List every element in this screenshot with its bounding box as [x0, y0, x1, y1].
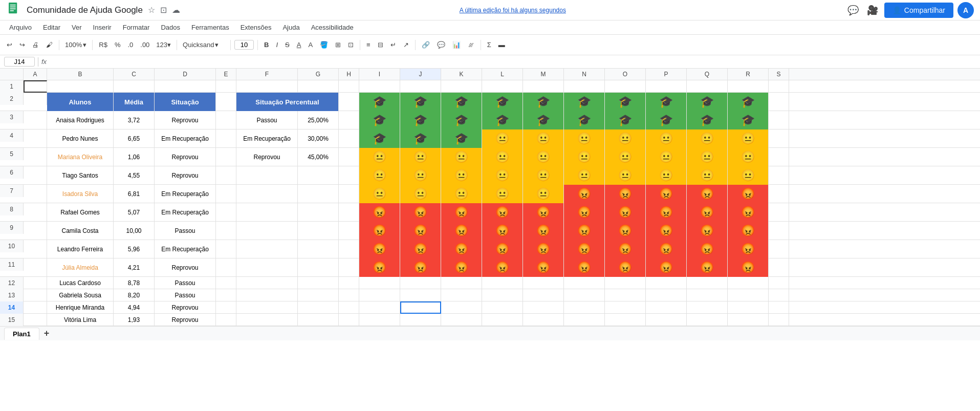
cell-E13[interactable] [216, 289, 236, 301]
cell-R6-emoji[interactable]: 😐 [728, 166, 769, 185]
cell-J9-emoji[interactable]: 😡 [400, 222, 441, 240]
cell-A7[interactable] [24, 185, 47, 203]
cell-B11[interactable]: Júlia Almeida [47, 258, 114, 277]
cell-R4-emoji[interactable]: 😐 [728, 129, 769, 148]
menu-ferramentas[interactable]: Ferramentas [186, 22, 234, 33]
cell-E10[interactable] [216, 240, 236, 258]
cell-F2-header[interactable]: Situação Percentual [236, 93, 339, 111]
cell-G8[interactable] [298, 203, 339, 222]
col-E[interactable]: E [216, 69, 236, 80]
cell-C14[interactable]: 4,94 [114, 301, 155, 314]
cell-E15[interactable] [216, 314, 236, 326]
cell-C4[interactable]: 6,65 [114, 129, 155, 148]
cell-I12[interactable] [359, 277, 400, 289]
cell-Q14[interactable] [687, 301, 728, 314]
wrap-button[interactable]: ↵ [388, 39, 399, 50]
merge-button[interactable]: ⊡ [345, 39, 356, 50]
cell-M8-emoji[interactable]: 😡 [523, 203, 564, 222]
cell-M13[interactable] [523, 289, 564, 301]
cell-C9[interactable]: 10,00 [114, 222, 155, 240]
cell-P4-emoji[interactable]: 😐 [646, 129, 687, 148]
cell-Q6-emoji[interactable]: 😐 [687, 166, 728, 185]
cell-R13[interactable] [728, 289, 769, 301]
cell-J2-emoji[interactable]: 🎓 [400, 93, 441, 111]
cell-B4[interactable]: Pedro Nunes [47, 129, 114, 148]
cell-P10-emoji[interactable]: 😡 [646, 240, 687, 258]
cell-B14[interactable]: Henrique Miranda [47, 301, 114, 314]
cell-J7-emoji[interactable]: 😐 [400, 185, 441, 203]
cell-E5[interactable] [216, 148, 236, 166]
cell-S6[interactable] [769, 166, 789, 185]
cell-F7[interactable] [236, 185, 298, 203]
currency-button[interactable]: R$ [96, 39, 110, 50]
cell-A15[interactable] [24, 314, 47, 326]
col-K[interactable]: K [441, 69, 482, 80]
cell-R14[interactable] [728, 301, 769, 314]
cell-D12[interactable]: Passou [155, 277, 216, 289]
cell-L15[interactable] [482, 314, 523, 326]
cell-C10[interactable]: 5,96 [114, 240, 155, 258]
cell-A9[interactable] [24, 222, 47, 240]
cell-K6-emoji[interactable]: 😐 [441, 166, 482, 185]
cell-N13[interactable] [564, 289, 605, 301]
cell-E4[interactable] [216, 129, 236, 148]
cell-C6[interactable]: 4,55 [114, 166, 155, 185]
cell-O2-emoji[interactable]: 🎓 [605, 93, 646, 111]
cell-Q2-emoji[interactable]: 🎓 [687, 93, 728, 111]
cell-N15[interactable] [564, 314, 605, 326]
cell-D9[interactable]: Passou [155, 222, 216, 240]
cell-N8-emoji[interactable]: 😡 [564, 203, 605, 222]
cell-Q10-emoji[interactable]: 😡 [687, 240, 728, 258]
cell-I1[interactable] [359, 80, 400, 93]
cell-G13[interactable] [298, 289, 339, 301]
cell-C2-header[interactable]: Média [114, 93, 155, 111]
cell-H4[interactable] [339, 129, 359, 148]
cell-E1[interactable] [216, 80, 236, 93]
cell-Q13[interactable] [687, 289, 728, 301]
cell-M3-emoji[interactable]: 🎓 [523, 111, 564, 129]
col-A[interactable]: A [24, 69, 47, 80]
col-J[interactable]: J [400, 69, 441, 80]
cell-G5[interactable]: 45,00% [298, 148, 339, 166]
cell-S8[interactable] [769, 203, 789, 222]
menu-ver[interactable]: Ver [67, 22, 87, 33]
menu-arquivo[interactable]: Arquivo [4, 22, 37, 33]
cell-A11[interactable] [24, 258, 47, 277]
cell-A14[interactable] [24, 301, 47, 314]
cell-M12[interactable] [523, 277, 564, 289]
cell-F15[interactable] [236, 314, 298, 326]
cell-R10-emoji[interactable]: 😡 [728, 240, 769, 258]
cell-B1[interactable] [47, 80, 114, 93]
cell-C5[interactable]: 1,06 [114, 148, 155, 166]
cell-A2[interactable] [24, 93, 47, 105]
cell-M1[interactable] [523, 80, 564, 93]
col-S[interactable]: S [769, 69, 789, 80]
formula-input[interactable] [50, 58, 976, 66]
menu-formatar[interactable]: Formatar [118, 22, 155, 33]
cell-S14[interactable] [769, 301, 789, 314]
cell-J15[interactable] [400, 314, 441, 326]
cell-F12[interactable] [236, 277, 298, 289]
cell-I3-emoji[interactable]: 🎓 [359, 111, 400, 129]
cell-S12[interactable] [769, 277, 789, 289]
cell-O7-emoji[interactable]: 😡 [605, 185, 646, 203]
cell-R9-emoji[interactable]: 😡 [728, 222, 769, 240]
cell-A6[interactable] [24, 166, 47, 185]
cell-O9-emoji[interactable]: 😡 [605, 222, 646, 240]
cell-C7[interactable]: 6,81 [114, 185, 155, 203]
cell-L1[interactable] [482, 80, 523, 93]
cell-I7-emoji[interactable]: 😐 [359, 185, 400, 203]
menu-inserir[interactable]: Inserir [88, 22, 117, 33]
col-L[interactable]: L [482, 69, 523, 80]
fill-button[interactable]: ▬ [496, 39, 508, 50]
cell-K7-emoji[interactable]: 😐 [441, 185, 482, 203]
cell-A12[interactable] [24, 277, 47, 289]
cell-M9-emoji[interactable]: 😡 [523, 222, 564, 240]
cell-F13[interactable] [236, 289, 298, 301]
cell-L4-emoji[interactable]: 😐 [482, 129, 523, 148]
cell-M14[interactable] [523, 301, 564, 314]
cell-A4[interactable] [24, 129, 47, 148]
add-sheet-button[interactable]: + [41, 327, 52, 340]
cell-N11-emoji[interactable]: 😡 [564, 258, 605, 277]
percent-button[interactable]: % [112, 39, 123, 50]
